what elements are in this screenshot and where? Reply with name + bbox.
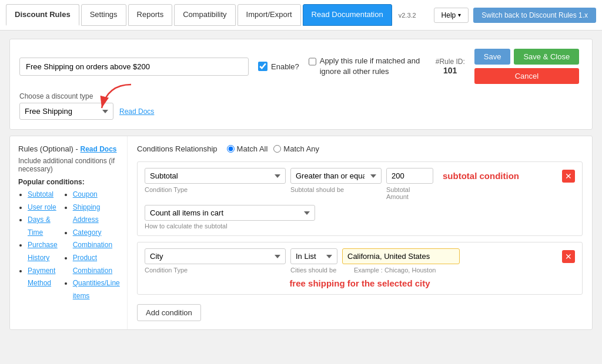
- tab-reports[interactable]: Reports: [128, 4, 173, 25]
- popular-conditions-label: Popular conditions:: [18, 178, 119, 186]
- condition-coupon: Coupon: [73, 188, 120, 201]
- subtotal-calc-row: Count all items in cart How to calculate…: [145, 205, 575, 230]
- red-arrow-annotation: [90, 82, 137, 114]
- condition-purchase-history: Purchase History: [28, 239, 58, 264]
- condition-1-remove-button[interactable]: ✕: [562, 170, 575, 183]
- rules-sidebar-title: Rules (Optional) - Read Docs: [18, 144, 119, 153]
- condition-2-type-select[interactable]: City: [145, 248, 286, 264]
- conditions-col-1: Subtotal User role Days & Time Purchase …: [18, 188, 58, 302]
- save-close-button[interactable]: Save & Close: [514, 49, 579, 65]
- action-buttons: Save Save & Close Cancel: [474, 49, 579, 84]
- condition-category-combination: Category Combination: [73, 227, 120, 252]
- condition-subtotal: Subtotal: [28, 188, 58, 201]
- conditions-relationship-label: Conditions Relationship: [137, 144, 218, 153]
- rules-main: Conditions Relationship Match All Match …: [128, 136, 592, 329]
- conditions-relationship-row: Conditions Relationship Match All Match …: [137, 144, 583, 153]
- switch-back-button[interactable]: Switch back to Discount Rules 1.x: [473, 8, 596, 23]
- condition-row-1: Subtotal Greater than or equal ( >= ) su…: [137, 161, 583, 236]
- condition-2-cities-label: Cities should be: [290, 267, 337, 274]
- condition-user-role: User role: [28, 201, 58, 214]
- condition-product-combination: Product Combination: [73, 252, 120, 277]
- match-all-option[interactable]: Match All: [227, 144, 268, 153]
- condition-2-value-input[interactable]: [342, 248, 460, 264]
- condition-2-remove-button[interactable]: ✕: [562, 250, 575, 263]
- rule-id-label: #Rule ID:: [436, 58, 465, 66]
- condition-1-subtotal-label: Subtotal should be: [290, 186, 382, 200]
- enable-checkbox-row: Enable?: [258, 62, 299, 71]
- conditions-col-2: Coupon Shipping Address Category Combina…: [63, 188, 120, 302]
- top-navigation-bar: Discount Rules Settings Reports Compatib…: [0, 0, 602, 31]
- condition-quantities: Quantities/Line items: [73, 277, 120, 302]
- save-buttons-row: Save Save & Close: [474, 49, 579, 65]
- condition-row-1-top: Subtotal Greater than or equal ( >= ) su…: [145, 168, 575, 184]
- apply-rule-checkbox-row: Apply this rule if matched and ignore al…: [309, 56, 426, 77]
- match-any-option[interactable]: Match Any: [273, 144, 319, 153]
- popular-conditions-list: Subtotal User role Days & Time Purchase …: [18, 188, 119, 302]
- tab-import-export[interactable]: Import/Export: [238, 4, 301, 25]
- rule-section: Enable? Apply this rule if matched and i…: [9, 39, 593, 130]
- cancel-button[interactable]: Cancel: [474, 68, 579, 84]
- condition-2-type-label: Condition Type: [145, 267, 286, 274]
- rules-include-text: Include additional conditions (if necess…: [18, 157, 119, 173]
- tab-settings[interactable]: Settings: [81, 4, 126, 25]
- enable-checkbox[interactable]: [258, 62, 267, 71]
- condition-2-annotation: free shipping for the selected city: [145, 278, 575, 288]
- condition-1-labels: Condition Type Subtotal should be Subtot…: [145, 186, 575, 200]
- rule-id-block: #Rule ID: 101: [436, 58, 465, 75]
- rules-section: Rules (Optional) - Read Docs Include add…: [9, 136, 593, 330]
- condition-1-amount-label: Subtotal Amount: [386, 186, 433, 200]
- condition-2-example-label: Example : Chicago, Houston: [354, 267, 436, 274]
- condition-1-operator-select[interactable]: Greater than or equal ( >= ): [290, 168, 382, 184]
- discount-type-section: Choose a discount type Free Shipping Rea…: [19, 92, 583, 120]
- condition-2-operator-select[interactable]: In List: [290, 248, 337, 264]
- chevron-down-icon: ▾: [458, 12, 461, 18]
- condition-days-time: Days & Time: [28, 214, 58, 239]
- rules-read-docs-link[interactable]: Read Docs: [81, 145, 117, 153]
- condition-row-2-top: City In List ✕: [145, 248, 575, 264]
- rule-top-row: Enable? Apply this rule if matched and i…: [19, 49, 583, 84]
- main-content: Enable? Apply this rule if matched and i…: [0, 31, 602, 338]
- help-button[interactable]: Help ▾: [434, 8, 469, 23]
- enable-label: Enable?: [271, 62, 299, 71]
- condition-1-type-select[interactable]: Subtotal: [145, 168, 286, 184]
- subtotal-calc-select[interactable]: Count all items in cart: [145, 205, 315, 221]
- rule-id-value: 101: [443, 66, 457, 75]
- condition-1-amount-input[interactable]: [386, 168, 433, 184]
- rules-sidebar: Rules (Optional) - Read Docs Include add…: [10, 136, 128, 329]
- apply-rule-checkbox[interactable]: [309, 57, 316, 66]
- tab-discount-rules[interactable]: Discount Rules: [6, 4, 79, 26]
- version-badge: v2.3.2: [399, 12, 416, 19]
- tab-read-documentation[interactable]: Read Documentation: [303, 4, 392, 25]
- condition-1-type-label: Condition Type: [145, 186, 286, 200]
- add-condition-button[interactable]: Add condition: [137, 304, 201, 321]
- rule-name-input[interactable]: [19, 58, 249, 76]
- condition-row-2: City In List ✕ Condition Type Cities sho…: [137, 242, 583, 295]
- condition-payment-method: Payment Method: [28, 265, 58, 290]
- condition-shipping-address: Shipping Address: [73, 201, 120, 227]
- apply-rule-label: Apply this rule if matched and ignore al…: [320, 56, 426, 77]
- tab-compatibility[interactable]: Compatibility: [174, 4, 235, 25]
- calc-help-text: How to calculate the subtotal: [145, 223, 575, 230]
- condition-1-annotation: subtotal condition: [443, 171, 519, 181]
- save-button[interactable]: Save: [474, 49, 511, 65]
- condition-2-labels: Condition Type Cities should be Example …: [145, 267, 575, 274]
